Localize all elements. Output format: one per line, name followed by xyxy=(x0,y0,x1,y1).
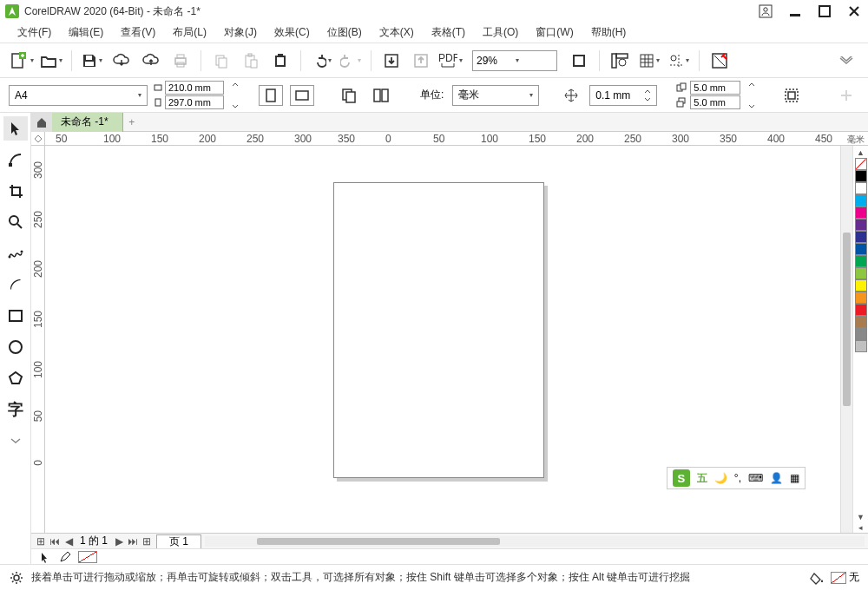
swatch[interactable] xyxy=(855,231,867,243)
swatch[interactable] xyxy=(855,182,867,194)
print-button[interactable] xyxy=(168,48,194,74)
ime-keyboard-icon[interactable]: ⌨ xyxy=(748,472,763,484)
menu-view[interactable]: 查看(V) xyxy=(112,23,164,43)
menu-object[interactable]: 对象(J) xyxy=(215,23,266,43)
menu-effects[interactable]: 效果(C) xyxy=(266,23,319,43)
unit-combo[interactable]: 毫米▾ xyxy=(452,85,539,106)
close-button[interactable] xyxy=(845,3,863,20)
menu-file[interactable]: 文件(F) xyxy=(9,23,60,43)
horizontal-scrollbar[interactable] xyxy=(205,536,865,547)
document-tab[interactable]: 未命名 -1* xyxy=(52,113,123,132)
swatch[interactable] xyxy=(855,206,867,219)
freehand-tool[interactable] xyxy=(3,241,28,266)
options-button[interactable] xyxy=(707,48,733,74)
text-tool[interactable]: 字 xyxy=(3,397,28,422)
zoom-combo[interactable]: 29%▾ xyxy=(472,50,557,71)
page-first[interactable]: ⏮ xyxy=(49,535,61,547)
fill-bucket-icon[interactable] xyxy=(810,571,825,585)
ime-user-icon[interactable]: 👤 xyxy=(770,472,783,484)
gear-icon[interactable] xyxy=(9,570,24,586)
menu-text[interactable]: 文本(X) xyxy=(371,23,423,43)
bleed-button[interactable] xyxy=(779,82,805,108)
swatch[interactable] xyxy=(855,279,867,292)
swatch[interactable] xyxy=(855,194,867,206)
pages-current-button[interactable] xyxy=(368,82,394,108)
clipboard-button[interactable] xyxy=(267,48,293,74)
swatch[interactable] xyxy=(855,243,867,255)
ellipse-tool[interactable] xyxy=(3,335,28,359)
maximize-button[interactable] xyxy=(816,3,833,20)
ime-grid-icon[interactable]: ▦ xyxy=(790,472,799,484)
rulers-button[interactable] xyxy=(607,48,633,74)
publish-pdf-button[interactable]: PDF▾ xyxy=(437,48,464,74)
home-tab[interactable] xyxy=(31,113,52,132)
page-next[interactable]: ▶ xyxy=(113,535,125,547)
page-tab-1[interactable]: 页 1 xyxy=(156,534,201,548)
swatch[interactable] xyxy=(855,267,867,279)
menu-edit[interactable]: 编辑(E) xyxy=(60,23,112,43)
swatch[interactable] xyxy=(855,219,867,231)
landscape-button[interactable] xyxy=(290,85,314,106)
palette-expand[interactable]: ◂ xyxy=(855,522,867,533)
canvas[interactable]: S 五 🌙 °, ⌨ 👤 ▦ xyxy=(45,146,840,533)
overflow-icon[interactable] xyxy=(833,48,859,74)
crop-tool[interactable] xyxy=(3,179,28,203)
save-button[interactable]: ▾ xyxy=(79,48,105,74)
menu-window[interactable]: 窗口(W) xyxy=(527,23,582,43)
add-preset-button[interactable] xyxy=(833,82,859,108)
dim-spinner[interactable] xyxy=(231,82,240,108)
cloud-down-button[interactable] xyxy=(108,48,135,74)
menu-tools[interactable]: 工具(O) xyxy=(474,23,527,43)
ime-toolbar[interactable]: S 五 🌙 °, ⌨ 👤 ▦ xyxy=(667,467,806,489)
dup-spinner[interactable] xyxy=(747,82,756,108)
swatch[interactable] xyxy=(855,340,867,352)
undo-button[interactable]: ▾ xyxy=(308,48,334,74)
menu-layout[interactable]: 布局(L) xyxy=(164,23,215,43)
artistic-media-tool[interactable] xyxy=(3,272,28,297)
menu-table[interactable]: 表格(T) xyxy=(423,23,474,43)
grid-button[interactable]: ▾ xyxy=(636,48,662,74)
palette-down[interactable]: ▼ xyxy=(855,512,867,522)
dup-x-input[interactable] xyxy=(690,81,740,95)
fill-preview[interactable] xyxy=(78,551,97,563)
ruler-origin[interactable] xyxy=(31,132,45,146)
swatch[interactable] xyxy=(855,170,867,182)
swatch[interactable] xyxy=(855,316,867,328)
page-last[interactable]: ⏭ xyxy=(127,535,139,547)
menu-bitmap[interactable]: 位图(B) xyxy=(319,23,371,43)
page-width-input[interactable] xyxy=(165,81,224,95)
swatch[interactable] xyxy=(855,255,867,267)
shape-tool[interactable] xyxy=(3,148,28,172)
import-button[interactable] xyxy=(378,48,404,74)
pick-tool[interactable] xyxy=(3,116,28,141)
fill-indicator[interactable]: 无 xyxy=(831,570,859,585)
swatch[interactable] xyxy=(855,328,867,340)
zoom-tool[interactable] xyxy=(3,210,28,234)
cloud-up-button[interactable] xyxy=(138,48,164,74)
polygon-tool[interactable] xyxy=(3,366,28,390)
horizontal-ruler[interactable]: 毫米50100150200250300350050100150200250300… xyxy=(31,132,868,146)
nudge-input[interactable]: 0.1 mm xyxy=(589,85,657,106)
swatch[interactable] xyxy=(855,304,867,316)
vertical-scrollbar[interactable] xyxy=(840,146,852,533)
new-button[interactable]: ▾ xyxy=(9,48,35,74)
open-button[interactable]: ▾ xyxy=(38,48,64,74)
page-add-icon[interactable]: ⊞ xyxy=(35,535,47,547)
palette-up[interactable]: ▲ xyxy=(855,148,867,158)
toolbox-expand[interactable] xyxy=(3,429,28,453)
ime-punct-icon[interactable]: °, xyxy=(734,472,741,484)
swatch[interactable] xyxy=(855,292,867,304)
account-icon[interactable] xyxy=(757,3,774,20)
pages-all-button[interactable] xyxy=(337,82,363,108)
vertical-ruler[interactable]: 300250200150100500 xyxy=(31,146,45,533)
dup-y-input[interactable] xyxy=(690,95,740,109)
ime-moon-icon[interactable]: 🌙 xyxy=(714,472,727,484)
portrait-button[interactable] xyxy=(259,85,283,106)
page-prev[interactable]: ◀ xyxy=(62,535,75,547)
fullscreen-button[interactable] xyxy=(566,48,592,74)
add-tab-button[interactable]: + xyxy=(123,113,141,132)
page-height-input[interactable] xyxy=(165,95,224,109)
page-add2-icon[interactable]: ⊞ xyxy=(141,535,153,547)
guides-button[interactable]: ▾ xyxy=(666,48,692,74)
page-size-combo[interactable]: A4▾ xyxy=(9,85,148,106)
